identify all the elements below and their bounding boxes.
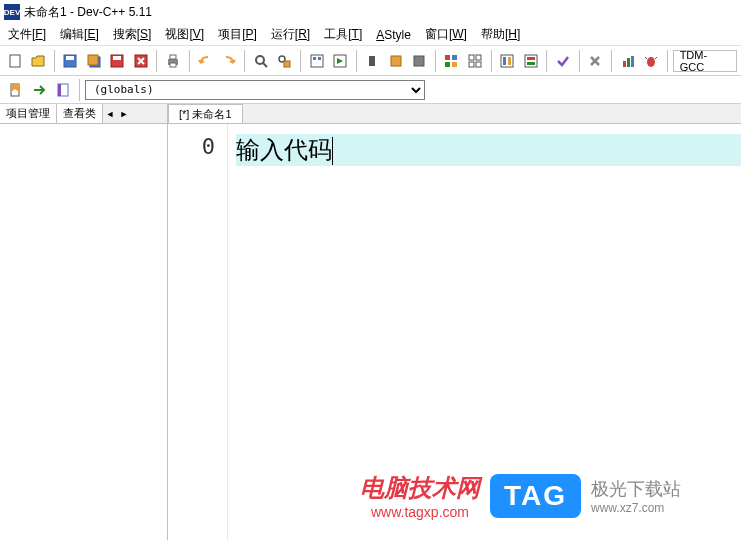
svg-rect-37 bbox=[627, 58, 630, 67]
menu-astyle[interactable]: AStyle bbox=[370, 26, 417, 44]
svg-rect-16 bbox=[313, 57, 316, 60]
svg-rect-30 bbox=[501, 55, 513, 67]
line-gutter: 0 bbox=[168, 124, 228, 540]
svg-rect-44 bbox=[58, 84, 61, 96]
svg-rect-33 bbox=[525, 55, 537, 67]
svg-point-11 bbox=[256, 56, 264, 64]
tab-scroll-right-icon[interactable]: ► bbox=[117, 104, 131, 123]
bookmark-icon[interactable] bbox=[4, 79, 26, 101]
svg-rect-38 bbox=[631, 56, 634, 67]
sidebar-body bbox=[0, 124, 167, 540]
svg-rect-15 bbox=[311, 55, 323, 67]
svg-rect-4 bbox=[88, 55, 98, 65]
menu-tools[interactable]: 工具[T] bbox=[318, 24, 368, 45]
menu-edit[interactable]: 编辑[E] bbox=[54, 24, 105, 45]
secondary-toolbar: (globals) bbox=[0, 76, 741, 104]
chart-icon[interactable] bbox=[617, 50, 638, 72]
save-as-icon[interactable] bbox=[106, 50, 127, 72]
menubar: 文件[F] 编辑[E] 搜索[S] 视图[V] 项目[P] 运行[R] 工具[T… bbox=[0, 24, 741, 46]
svg-rect-22 bbox=[445, 55, 450, 60]
compiler-selector[interactable]: TDM-GCC bbox=[673, 50, 737, 72]
tool2-icon[interactable] bbox=[520, 50, 541, 72]
sidebar-tabs: 项目管理 查看类 ◄ ► bbox=[0, 104, 167, 124]
svg-line-12 bbox=[263, 63, 267, 67]
stop-icon[interactable] bbox=[362, 50, 383, 72]
check-icon[interactable] bbox=[552, 50, 573, 72]
svg-line-41 bbox=[655, 57, 657, 59]
close-file-icon[interactable] bbox=[130, 50, 151, 72]
compile-icon[interactable] bbox=[306, 50, 327, 72]
menu-help[interactable]: 帮助[H] bbox=[475, 24, 526, 45]
menu-search[interactable]: 搜索[S] bbox=[107, 24, 158, 45]
titlebar: DEV 未命名1 - Dev-C++ 5.11 bbox=[0, 0, 741, 24]
svg-rect-26 bbox=[469, 55, 474, 60]
goto-icon[interactable] bbox=[28, 79, 50, 101]
syntax-check-icon[interactable] bbox=[497, 50, 518, 72]
svg-rect-36 bbox=[623, 61, 626, 67]
save-icon[interactable] bbox=[60, 50, 81, 72]
svg-rect-6 bbox=[113, 56, 121, 60]
svg-rect-28 bbox=[469, 62, 474, 67]
bug-icon[interactable] bbox=[640, 50, 661, 72]
save-all-icon[interactable] bbox=[83, 50, 104, 72]
svg-rect-27 bbox=[476, 55, 481, 60]
profile-icon[interactable] bbox=[408, 50, 429, 72]
main-area: 项目管理 查看类 ◄ ► [*] 未命名1 0 输入代码 bbox=[0, 104, 741, 540]
run2-icon[interactable] bbox=[329, 50, 350, 72]
rebuild-icon[interactable] bbox=[464, 50, 485, 72]
delete-icon[interactable] bbox=[585, 50, 606, 72]
sidebar-tab-project[interactable]: 项目管理 bbox=[0, 104, 57, 123]
svg-rect-19 bbox=[369, 56, 375, 66]
svg-rect-10 bbox=[170, 63, 176, 67]
svg-rect-9 bbox=[170, 55, 176, 59]
tab-scroll-left-icon[interactable]: ◄ bbox=[103, 104, 117, 123]
menu-view[interactable]: 视图[V] bbox=[159, 24, 210, 45]
sidebar-tab-classes[interactable]: 查看类 bbox=[57, 104, 103, 123]
search-icon[interactable] bbox=[250, 50, 271, 72]
code-text-area[interactable]: 输入代码 bbox=[228, 124, 741, 540]
svg-rect-20 bbox=[391, 56, 401, 66]
globals-dropdown[interactable]: (globals) bbox=[85, 80, 425, 100]
undo-icon[interactable] bbox=[195, 50, 216, 72]
editor-tab-file1[interactable]: [*] 未命名1 bbox=[168, 104, 243, 123]
svg-rect-17 bbox=[318, 57, 321, 60]
svg-point-39 bbox=[647, 57, 655, 67]
svg-rect-35 bbox=[527, 62, 535, 65]
replace-icon[interactable] bbox=[274, 50, 295, 72]
menu-project[interactable]: 项目[P] bbox=[212, 24, 263, 45]
svg-rect-23 bbox=[452, 55, 457, 60]
svg-rect-34 bbox=[527, 57, 535, 60]
svg-rect-24 bbox=[445, 62, 450, 67]
sidebar: 项目管理 查看类 ◄ ► bbox=[0, 104, 168, 540]
svg-rect-0 bbox=[10, 55, 20, 67]
debug-icon[interactable] bbox=[385, 50, 406, 72]
code-editor[interactable]: 0 输入代码 bbox=[168, 124, 741, 540]
svg-rect-14 bbox=[284, 61, 290, 67]
svg-rect-21 bbox=[414, 56, 424, 66]
svg-rect-25 bbox=[452, 62, 457, 67]
menu-run[interactable]: 运行[R] bbox=[265, 24, 316, 45]
svg-rect-32 bbox=[508, 57, 511, 65]
print-icon[interactable] bbox=[162, 50, 183, 72]
menu-file[interactable]: 文件[F] bbox=[2, 24, 52, 45]
menu-window[interactable]: 窗口[W] bbox=[419, 24, 473, 45]
redo-icon[interactable] bbox=[218, 50, 239, 72]
line-number: 0 bbox=[168, 134, 215, 159]
new-file-icon[interactable] bbox=[4, 50, 25, 72]
app-icon: DEV bbox=[4, 4, 20, 20]
bookmark-list-icon[interactable] bbox=[52, 79, 74, 101]
svg-rect-2 bbox=[66, 56, 74, 60]
svg-rect-29 bbox=[476, 62, 481, 67]
main-toolbar: TDM-GCC bbox=[0, 46, 741, 76]
open-icon[interactable] bbox=[27, 50, 48, 72]
svg-rect-31 bbox=[503, 57, 506, 65]
editor-tabs: [*] 未命名1 bbox=[168, 104, 741, 124]
compile-run-icon[interactable] bbox=[441, 50, 462, 72]
editor-area: [*] 未命名1 0 输入代码 bbox=[168, 104, 741, 540]
window-title: 未命名1 - Dev-C++ 5.11 bbox=[24, 4, 152, 21]
svg-line-40 bbox=[645, 57, 647, 59]
